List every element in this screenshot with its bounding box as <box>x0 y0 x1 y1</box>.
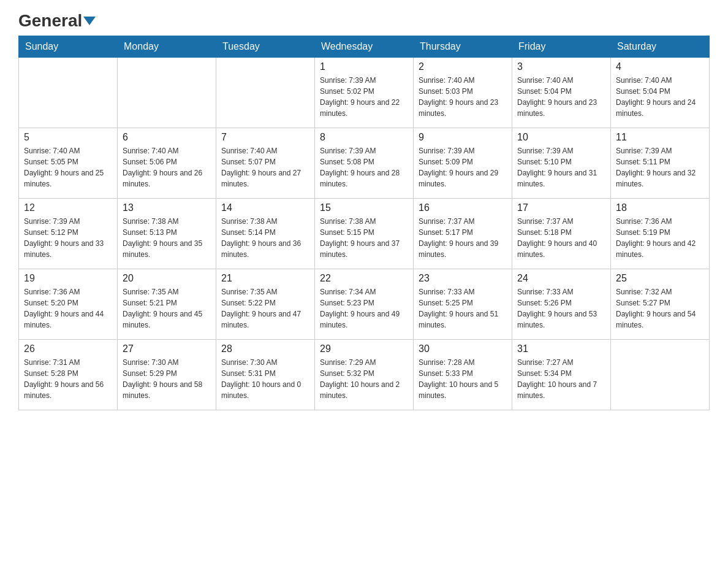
day-number: 2 <box>419 61 507 72</box>
day-info: Sunrise: 7:40 AMSunset: 5:06 PMDaylight:… <box>123 145 211 190</box>
day-info: Sunrise: 7:33 AMSunset: 5:25 PMDaylight:… <box>419 286 507 331</box>
logo: General <box>18 12 96 29</box>
calendar-cell-4-2: 20Sunrise: 7:35 AMSunset: 5:21 PMDayligh… <box>118 269 216 340</box>
calendar-cell-3-1: 12Sunrise: 7:39 AMSunset: 5:12 PMDayligh… <box>19 199 118 269</box>
day-number: 17 <box>517 202 605 213</box>
day-number: 24 <box>517 273 605 284</box>
day-info: Sunrise: 7:29 AMSunset: 5:32 PMDaylight:… <box>320 357 408 401</box>
calendar-cell-5-1: 26Sunrise: 7:31 AMSunset: 5:28 PMDayligh… <box>19 340 118 410</box>
calendar-header-sunday: Sunday <box>19 36 118 58</box>
day-number: 26 <box>24 343 112 354</box>
day-info: Sunrise: 7:34 AMSunset: 5:23 PMDaylight:… <box>320 286 408 331</box>
day-number: 14 <box>221 202 309 213</box>
day-info: Sunrise: 7:32 AMSunset: 5:27 PMDaylight:… <box>616 286 704 331</box>
day-number: 21 <box>221 273 309 284</box>
calendar-cell-3-5: 16Sunrise: 7:37 AMSunset: 5:17 PMDayligh… <box>414 199 512 269</box>
day-info: Sunrise: 7:38 AMSunset: 5:13 PMDaylight:… <box>123 216 211 260</box>
day-number: 20 <box>123 273 211 284</box>
logo-general-text: General <box>18 12 96 29</box>
day-number: 4 <box>616 61 704 72</box>
day-info: Sunrise: 7:31 AMSunset: 5:28 PMDaylight:… <box>24 357 112 401</box>
logo-arrow-icon <box>83 17 96 25</box>
calendar-cell-2-3: 7Sunrise: 7:40 AMSunset: 5:07 PMDaylight… <box>216 128 315 199</box>
day-number: 29 <box>320 343 408 354</box>
day-info: Sunrise: 7:35 AMSunset: 5:21 PMDaylight:… <box>123 286 211 331</box>
day-info: Sunrise: 7:36 AMSunset: 5:20 PMDaylight:… <box>24 286 112 331</box>
calendar-cell-1-2 <box>118 58 216 128</box>
calendar-cell-4-6: 24Sunrise: 7:33 AMSunset: 5:26 PMDayligh… <box>512 269 611 340</box>
day-number: 5 <box>24 132 112 143</box>
calendar-cell-2-1: 5Sunrise: 7:40 AMSunset: 5:05 PMDaylight… <box>19 128 118 199</box>
day-info: Sunrise: 7:39 AMSunset: 5:08 PMDaylight:… <box>320 145 408 190</box>
day-info: Sunrise: 7:28 AMSunset: 5:33 PMDaylight:… <box>419 357 507 401</box>
day-info: Sunrise: 7:40 AMSunset: 5:07 PMDaylight:… <box>221 145 309 190</box>
calendar-cell-4-4: 22Sunrise: 7:34 AMSunset: 5:23 PMDayligh… <box>315 269 414 340</box>
day-number: 27 <box>123 343 211 354</box>
calendar-cell-5-3: 28Sunrise: 7:30 AMSunset: 5:31 PMDayligh… <box>216 340 315 410</box>
calendar-cell-5-2: 27Sunrise: 7:30 AMSunset: 5:29 PMDayligh… <box>118 340 216 410</box>
day-info: Sunrise: 7:30 AMSunset: 5:31 PMDaylight:… <box>221 357 309 401</box>
calendar-cell-3-3: 14Sunrise: 7:38 AMSunset: 5:14 PMDayligh… <box>216 199 315 269</box>
calendar-cell-2-6: 10Sunrise: 7:39 AMSunset: 5:10 PMDayligh… <box>512 128 611 199</box>
page-header: General <box>18 12 710 29</box>
day-info: Sunrise: 7:37 AMSunset: 5:18 PMDaylight:… <box>517 216 605 260</box>
calendar-cell-1-6: 3Sunrise: 7:40 AMSunset: 5:04 PMDaylight… <box>512 58 611 128</box>
day-info: Sunrise: 7:30 AMSunset: 5:29 PMDaylight:… <box>123 357 211 401</box>
day-number: 9 <box>419 132 507 143</box>
day-info: Sunrise: 7:39 AMSunset: 5:09 PMDaylight:… <box>419 145 507 190</box>
day-info: Sunrise: 7:35 AMSunset: 5:22 PMDaylight:… <box>221 286 309 331</box>
calendar-header-row: SundayMondayTuesdayWednesdayThursdayFrid… <box>19 36 710 58</box>
calendar-cell-3-2: 13Sunrise: 7:38 AMSunset: 5:13 PMDayligh… <box>118 199 216 269</box>
day-number: 18 <box>616 202 704 213</box>
day-info: Sunrise: 7:39 AMSunset: 5:12 PMDaylight:… <box>24 216 112 260</box>
calendar-cell-4-3: 21Sunrise: 7:35 AMSunset: 5:22 PMDayligh… <box>216 269 315 340</box>
day-info: Sunrise: 7:39 AMSunset: 5:10 PMDaylight:… <box>517 145 605 190</box>
calendar-cell-1-5: 2Sunrise: 7:40 AMSunset: 5:03 PMDaylight… <box>414 58 512 128</box>
calendar-cell-2-7: 11Sunrise: 7:39 AMSunset: 5:11 PMDayligh… <box>611 128 710 199</box>
day-info: Sunrise: 7:33 AMSunset: 5:26 PMDaylight:… <box>517 286 605 331</box>
calendar-header-saturday: Saturday <box>611 36 710 58</box>
calendar-cell-2-2: 6Sunrise: 7:40 AMSunset: 5:06 PMDaylight… <box>118 128 216 199</box>
calendar-cell-3-4: 15Sunrise: 7:38 AMSunset: 5:15 PMDayligh… <box>315 199 414 269</box>
day-number: 6 <box>123 132 211 143</box>
day-number: 19 <box>24 273 112 284</box>
calendar-cell-4-1: 19Sunrise: 7:36 AMSunset: 5:20 PMDayligh… <box>19 269 118 340</box>
calendar-week-row-5: 26Sunrise: 7:31 AMSunset: 5:28 PMDayligh… <box>19 340 710 410</box>
calendar-cell-5-4: 29Sunrise: 7:29 AMSunset: 5:32 PMDayligh… <box>315 340 414 410</box>
calendar-cell-2-5: 9Sunrise: 7:39 AMSunset: 5:09 PMDaylight… <box>414 128 512 199</box>
calendar-cell-1-7: 4Sunrise: 7:40 AMSunset: 5:04 PMDaylight… <box>611 58 710 128</box>
day-number: 25 <box>616 273 704 284</box>
calendar-cell-3-6: 17Sunrise: 7:37 AMSunset: 5:18 PMDayligh… <box>512 199 611 269</box>
day-number: 1 <box>320 61 408 72</box>
day-info: Sunrise: 7:40 AMSunset: 5:04 PMDaylight:… <box>517 75 605 119</box>
calendar-cell-4-5: 23Sunrise: 7:33 AMSunset: 5:25 PMDayligh… <box>414 269 512 340</box>
day-number: 23 <box>419 273 507 284</box>
calendar-cell-3-7: 18Sunrise: 7:36 AMSunset: 5:19 PMDayligh… <box>611 199 710 269</box>
day-info: Sunrise: 7:39 AMSunset: 5:11 PMDaylight:… <box>616 145 704 190</box>
calendar-header-wednesday: Wednesday <box>315 36 414 58</box>
calendar-cell-5-5: 30Sunrise: 7:28 AMSunset: 5:33 PMDayligh… <box>414 340 512 410</box>
day-info: Sunrise: 7:37 AMSunset: 5:17 PMDaylight:… <box>419 216 507 260</box>
calendar-header-thursday: Thursday <box>414 36 512 58</box>
calendar-table: SundayMondayTuesdayWednesdayThursdayFrid… <box>18 36 710 410</box>
day-number: 3 <box>517 61 605 72</box>
day-info: Sunrise: 7:40 AMSunset: 5:05 PMDaylight:… <box>24 145 112 190</box>
day-number: 13 <box>123 202 211 213</box>
day-number: 22 <box>320 273 408 284</box>
day-info: Sunrise: 7:36 AMSunset: 5:19 PMDaylight:… <box>616 216 704 260</box>
day-number: 28 <box>221 343 309 354</box>
day-number: 16 <box>419 202 507 213</box>
calendar-cell-2-4: 8Sunrise: 7:39 AMSunset: 5:08 PMDaylight… <box>315 128 414 199</box>
day-number: 11 <box>616 132 704 143</box>
calendar-header-friday: Friday <box>512 36 611 58</box>
calendar-cell-4-7: 25Sunrise: 7:32 AMSunset: 5:27 PMDayligh… <box>611 269 710 340</box>
day-info: Sunrise: 7:40 AMSunset: 5:03 PMDaylight:… <box>419 75 507 119</box>
day-number: 10 <box>517 132 605 143</box>
day-info: Sunrise: 7:38 AMSunset: 5:15 PMDaylight:… <box>320 216 408 260</box>
calendar-week-row-3: 12Sunrise: 7:39 AMSunset: 5:12 PMDayligh… <box>19 199 710 269</box>
calendar-week-row-1: 1Sunrise: 7:39 AMSunset: 5:02 PMDaylight… <box>19 58 710 128</box>
day-number: 8 <box>320 132 408 143</box>
day-number: 15 <box>320 202 408 213</box>
calendar-cell-1-4: 1Sunrise: 7:39 AMSunset: 5:02 PMDaylight… <box>315 58 414 128</box>
day-number: 30 <box>419 343 507 354</box>
